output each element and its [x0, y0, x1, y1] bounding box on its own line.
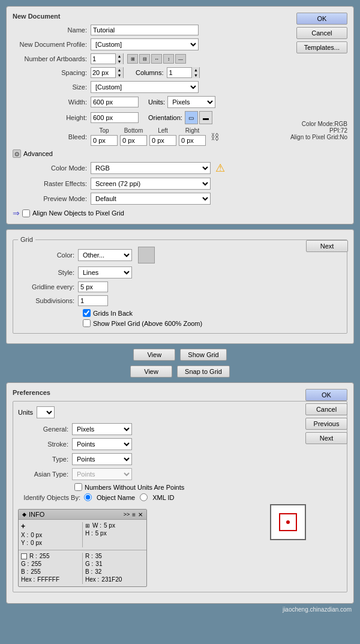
bleed-right-label: Right: [185, 127, 199, 134]
info-close-icon[interactable]: ✕: [138, 511, 143, 518]
align-pixel-row: ⇒ Align New Objects to Pixel Grid: [13, 208, 347, 218]
units-label: Units:: [148, 98, 165, 106]
width-row: Width: Units: Pixels: [13, 96, 347, 108]
spacing-up[interactable]: ▲: [116, 67, 123, 73]
advanced-toggle-icon[interactable]: ⊙: [13, 149, 21, 158]
bleed-left-input[interactable]: [149, 135, 176, 146]
ok-button[interactable]: OK: [296, 13, 347, 25]
grid-subdivisions-input[interactable]: [78, 295, 108, 306]
snap-grid-button[interactable]: Snap to Grid: [177, 366, 230, 378]
grids-in-back-checkbox[interactable]: [83, 309, 91, 317]
info-w-label: W :: [92, 522, 101, 529]
grid-gridline-input[interactable]: [78, 281, 108, 292]
artboards-down[interactable]: ▼: [116, 59, 123, 64]
info-x-value: 0 px: [31, 532, 42, 538]
advanced-label: Advanced: [23, 150, 53, 157]
show-pixel-checkbox[interactable]: [83, 319, 91, 327]
color-mode-row: Color Mode: RGB ⚠: [13, 161, 347, 175]
name-input[interactable]: [91, 25, 199, 35]
orientation-buttons: ▭ ▬: [185, 111, 212, 124]
stroke-select[interactable]: Points: [72, 438, 132, 450]
general-select[interactable]: Pixels: [72, 423, 132, 435]
info-g1-label: G :: [21, 561, 29, 567]
view-button-2[interactable]: View: [130, 366, 172, 378]
grid-next-button[interactable]: Next: [306, 240, 348, 252]
cancel-button[interactable]: Cancel: [296, 27, 347, 39]
bleed-right-input[interactable]: [179, 135, 206, 146]
units-expand-select[interactable]: ▼: [37, 406, 55, 418]
artboards-input[interactable]: [91, 55, 115, 63]
info-color-right: R : 35 G : 31 B : 32 Hex :: [83, 550, 146, 586]
info-expand-label[interactable]: >>: [124, 511, 130, 518]
info-r1-label: R :: [29, 553, 37, 559]
asian-type-select[interactable]: Points: [72, 468, 132, 480]
numbers-checkbox[interactable]: [74, 483, 82, 491]
height-input[interactable]: [91, 112, 139, 123]
artboard-icon-5[interactable]: —: [175, 54, 186, 64]
artboard-icon-2[interactable]: ⊟: [139, 54, 150, 64]
xml-id-radio[interactable]: [140, 493, 148, 501]
bleed-top-label: Top: [99, 127, 109, 134]
units-group: Units ▼ General: Pixels Stroke: Points T…: [13, 401, 347, 592]
columns-down[interactable]: ▼: [192, 73, 199, 78]
color-mode-label: Color Mode:: [13, 164, 91, 172]
info-menu-icon[interactable]: ≡: [132, 511, 136, 518]
grid-color-select[interactable]: Other...: [78, 249, 132, 261]
advanced-section: ⊙ Advanced Color Mode: RGB ⚠ Raster Effe…: [13, 149, 347, 218]
view-button-1[interactable]: View: [133, 349, 175, 361]
grid-color-swatch[interactable]: [138, 247, 155, 263]
artboard-icon-1[interactable]: ⊞: [127, 54, 138, 64]
raster-select[interactable]: Screen (72 ppi): [91, 178, 211, 190]
profile-label: New Document Profile:: [13, 41, 91, 48]
preview-select[interactable]: Default: [91, 193, 211, 205]
info-hex2-row: Hex : 231F20: [85, 576, 144, 583]
type-label: Type:: [18, 456, 72, 463]
watermark: jiaocheng.chinazdian.com: [6, 606, 354, 613]
info-b1-row: B : 255: [21, 568, 80, 575]
align-pixel-checkbox[interactable]: [22, 209, 30, 217]
type-select[interactable]: Points: [72, 453, 132, 465]
bleed-top-col: Top: [91, 127, 118, 146]
pref-previous-button[interactable]: Previous: [305, 418, 347, 430]
size-select[interactable]: [Custom]: [91, 81, 199, 93]
raster-row: Raster Effects: Screen (72 ppi): [13, 178, 347, 190]
units-group-title: Units: [18, 409, 33, 416]
grid-style-select[interactable]: Lines: [78, 266, 132, 278]
stroke-label: Stroke:: [18, 441, 72, 448]
columns-up[interactable]: ▲: [192, 67, 199, 73]
color-mode-select[interactable]: RGB: [91, 162, 211, 174]
grid-legend: Grid: [18, 236, 35, 243]
spacing-down[interactable]: ▼: [116, 73, 123, 78]
preview-label: Preview Mode:: [13, 195, 91, 202]
spacing-input-wrap[interactable]: ▲ ▼: [91, 67, 124, 78]
align-info-text: Align to Pixel Grid:No: [290, 134, 347, 140]
units-select[interactable]: Pixels: [167, 96, 215, 108]
width-input[interactable]: [91, 97, 139, 107]
asian-type-row: Asian Type: Points: [18, 468, 342, 480]
landscape-button[interactable]: ▬: [199, 111, 212, 124]
profile-select[interactable]: [Custom]: [91, 38, 199, 50]
bleed-top-input[interactable]: [91, 135, 118, 146]
view-row-2: View Snap to Grid: [6, 366, 354, 378]
pref-ok-button[interactable]: OK: [305, 389, 347, 401]
artboards-input-wrap[interactable]: ▲ ▼: [91, 53, 124, 64]
show-grid-button[interactable]: Show Grid: [180, 349, 226, 361]
info-x-label: X :: [21, 532, 28, 538]
columns-input-wrap[interactable]: ▲ ▼: [167, 67, 200, 78]
templates-button[interactable]: Templates...: [296, 41, 347, 53]
pref-cancel-button[interactable]: Cancel: [305, 403, 347, 415]
artboard-icon-3[interactable]: ↔: [151, 54, 162, 64]
units-title-row: Units ▼: [18, 406, 342, 418]
columns-input[interactable]: [167, 68, 191, 77]
spacing-input[interactable]: [91, 68, 115, 77]
object-name-radio[interactable]: [84, 493, 92, 501]
align-pixel-label: Align New Objects to Pixel Grid: [32, 209, 124, 217]
bleed-bottom-input[interactable]: [120, 135, 147, 146]
pref-next-button[interactable]: Next: [305, 432, 347, 444]
artboard-icon-4[interactable]: ↕: [163, 54, 174, 64]
advanced-header[interactable]: ⊙ Advanced: [13, 149, 347, 158]
portrait-button[interactable]: ▭: [185, 111, 198, 124]
grid-fieldset: Grid Color: Other... Style: Lines Gridli…: [13, 236, 347, 334]
artboards-up[interactable]: ▲: [116, 53, 123, 59]
info-col-right: ⊞ W : 5 px H : 5 px: [83, 520, 146, 550]
